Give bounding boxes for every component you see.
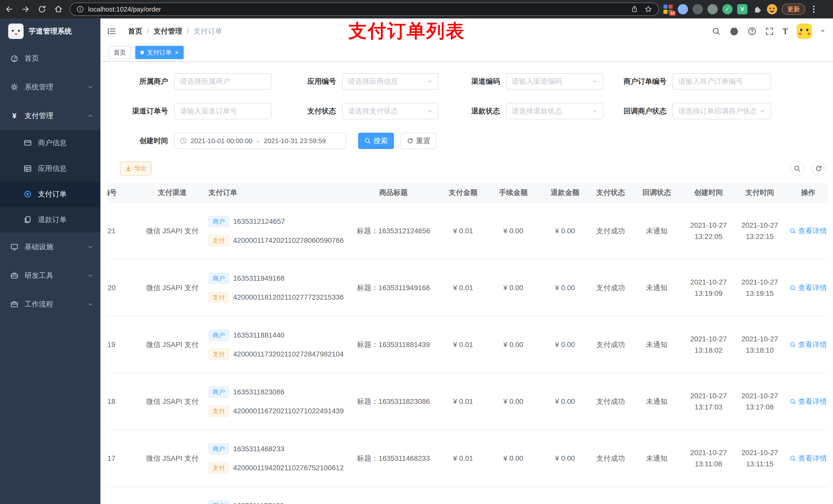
search-button[interactable]: 搜索 [358,133,394,149]
refund-status-select[interactable]: 请选择退款状态 [506,103,603,119]
refresh-table-button[interactable] [811,161,826,176]
chevron-down-icon [427,78,433,85]
view-detail-link[interactable]: 查看详情 [789,283,827,293]
breadcrumb-current: 支付订单 [194,26,222,36]
notify-status-select[interactable]: 请选择订单回调商户状态 [673,103,771,119]
reset-button[interactable]: 重置 [401,133,436,149]
extension-icon-gray[interactable] [693,4,703,14]
cell-status: 支付成功 [588,397,633,406]
cell-create-time: 2021-10-2713:18:02 [680,333,737,356]
cell-amount: ¥ 0.01 [442,284,485,292]
main-content: 所属商户 应用编号 请选择应用信息 渠道编码 请输入渠道编码 商户订单编号 渠道… [100,62,833,504]
target-icon [24,190,32,198]
user-avatar[interactable] [796,24,812,39]
profile-avatar-icon[interactable] [767,4,777,14]
question-icon[interactable] [748,27,756,35]
table-row-partial: 商户1635311157186 支付 [108,487,828,504]
channel-code-select[interactable]: 请输入渠道编码 [506,73,603,90]
table-header-row: 编号 支付渠道 支付订单 商品标题 支付金额 手续金额 退款金额 支付状态 回调… [108,183,828,203]
extension-icon-slate[interactable] [708,4,718,14]
col-notify: 回调状态 [633,188,680,197]
merchant-tag: 商户 [209,330,229,341]
view-detail-link[interactable]: 查看详情 [789,397,827,406]
view-detail-link[interactable]: 查看详情 [789,340,827,350]
sidebar-item-refund-order[interactable]: 退款订单 [0,207,100,233]
github-icon[interactable] [729,26,739,36]
cell-title: 标题：1635311881439 [345,340,442,350]
sidebar-item-app-info[interactable]: 应用信息 [0,156,100,181]
merchant-input[interactable] [174,73,271,90]
app-logo [8,24,24,39]
view-detail-link[interactable]: 查看详情 [789,454,827,463]
browser-update-button[interactable]: 更新 [782,4,805,15]
table-row: 120 微信 JSAPI 支付 商户1635311949168 支付420000… [108,260,828,316]
pay-tag: 支付 [209,462,229,474]
sidebar-fold-icon[interactable] [106,26,117,37]
app-logo-row: 芋道管理系统 [0,19,100,44]
cell-pay-time: 2021-10-2713:19:15 [737,277,783,299]
toggle-search-button[interactable] [790,161,804,176]
cell-notify: 未通知 [633,397,680,406]
table-row: 119 微信 JSAPI 支付 商户1635311881440 支付420000… [108,316,828,374]
tab-close-icon[interactable]: × [175,49,178,56]
font-size-icon[interactable]: T [783,26,788,37]
cell-notify: 未通知 [633,454,680,463]
breadcrumb: 首页 / 支付管理 / 支付订单 [128,26,222,36]
col-amount: 支付金额 [442,188,485,197]
site-info-icon[interactable] [76,5,84,13]
merchant-order-input[interactable] [673,73,771,90]
sidebar-item-infrastructure[interactable]: 基础设施 [0,233,100,261]
extension-icon-vue-devtools[interactable]: ✓ [722,4,733,14]
cell-pay-time: 2021-10-2713:18:10 [737,333,783,356]
cell-refund: ¥ 0.00 [542,341,588,349]
export-button[interactable]: 导出 [120,161,152,176]
url-bar[interactable]: localhost:1024/pay/order [70,3,659,16]
search-icon[interactable] [712,27,720,35]
breadcrumb-home[interactable]: 首页 [128,26,142,36]
browser-back-button[interactable] [2,2,16,16]
pay-status-select[interactable]: 请选择支付状态 [342,103,438,119]
date-range-picker[interactable]: 2021-10-01 00:00:00 - 2021-10-31 23:59:5… [174,133,346,149]
view-detail-link[interactable]: 查看详情 [789,226,827,236]
avatar-caret-icon[interactable] [821,30,825,32]
cell-amount: ¥ 0.01 [442,398,485,406]
app-select[interactable]: 请选择应用信息 [342,73,438,90]
tab-home[interactable]: 首页 [109,46,131,59]
channel-order-input[interactable] [174,103,271,119]
orders-table: 编号 支付渠道 支付订单 商品标题 支付金额 手续金额 退款金额 支付状态 回调… [108,183,828,504]
cell-id: 118 [108,398,140,406]
cell-pay-time: 2021-10-2713:17:08 [737,390,783,413]
sidebar-item-pay-management[interactable]: ¥ 支付管理 [0,101,100,130]
chevron-down-icon [88,84,93,90]
sidebar-item-dev-tools[interactable]: 研发工具 [0,261,100,290]
browser-menu-icon[interactable] [810,6,818,13]
tab-pay-order[interactable]: 支付订单 × [135,46,184,59]
sidebar-item-workflow[interactable]: 工作流程 [0,290,100,318]
browser-forward-button[interactable] [19,2,33,16]
bookmark-star-icon[interactable] [644,5,652,13]
sidebar-item-home[interactable]: 首页 [0,44,100,73]
extension-icon-blue[interactable] [678,4,688,14]
breadcrumb-pay-management[interactable]: 支付管理 [154,26,182,36]
extension-icon-colorgrid[interactable]: 10 [663,4,673,14]
extensions-puzzle-icon[interactable] [752,4,762,14]
active-tab-dot [140,51,144,54]
filter-merchant-order-no: 商户订单编号 [605,73,771,90]
chevron-down-icon [592,78,598,85]
browser-reload-button[interactable] [35,2,49,16]
fullscreen-icon[interactable] [765,27,774,35]
cell-fee: ¥ 0.00 [485,227,542,235]
cell-id: 121 [108,227,140,235]
cell-create-time: 2021-10-2713:19:09 [680,277,737,299]
browser-home-button[interactable] [51,2,66,16]
sidebar-item-system[interactable]: 系统管理 [0,73,100,101]
pay-management-submenu: 商户信息 应用信息 支付订单 退款订单 [0,130,100,233]
share-icon[interactable] [630,5,638,13]
merchant-tag: 商户 [209,273,229,284]
col-create: 创建时间 [680,188,737,197]
briefcase-icon [10,300,19,308]
cell-order: 商户1635311157186 支付 [205,500,345,504]
sidebar-item-merchant-info[interactable]: 商户信息 [0,130,100,156]
sidebar-item-pay-order[interactable]: 支付订单 [0,181,100,207]
extension-icon-green-square[interactable]: V [737,4,747,14]
